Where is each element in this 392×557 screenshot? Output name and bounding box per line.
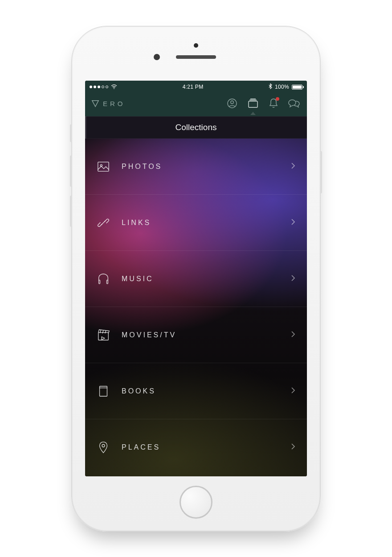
- collection-item-label: LINKS: [122, 219, 291, 227]
- signal-strength-icon: [90, 86, 108, 88]
- page-title-row: Collections: [85, 116, 307, 139]
- content-area: PHOTOS LINKS: [85, 139, 307, 476]
- svg-point-2: [231, 101, 233, 103]
- photos-icon: [97, 160, 110, 173]
- nav-collections-button[interactable]: [247, 98, 259, 109]
- collection-item-links[interactable]: LINKS: [85, 195, 307, 251]
- nav-bar: ERO: [85, 93, 307, 116]
- wifi-icon: [111, 84, 117, 90]
- nav-profile-button[interactable]: [227, 98, 237, 109]
- phone-camera: [154, 54, 160, 60]
- phone-mute-switch: [70, 124, 72, 142]
- svg-rect-4: [98, 162, 109, 171]
- chevron-right-icon: [291, 387, 295, 396]
- collection-item-places[interactable]: PLACES: [85, 419, 307, 475]
- chevron-right-icon: [291, 274, 295, 283]
- svg-point-0: [114, 88, 114, 89]
- collection-item-books[interactable]: BOOKS: [85, 363, 307, 419]
- status-time: 4:21 PM: [183, 84, 204, 90]
- links-icon: [97, 216, 110, 229]
- phone-speaker: [176, 55, 216, 59]
- collection-item-label: PHOTOS: [122, 163, 291, 171]
- home-button[interactable]: [180, 486, 212, 519]
- collection-item-movies[interactable]: MOVIES/TV: [85, 307, 307, 363]
- chevron-right-icon: [291, 218, 295, 227]
- collections-list: PHOTOS LINKS: [85, 139, 307, 475]
- status-right: 100%: [269, 83, 302, 90]
- app-brand[interactable]: ERO: [91, 99, 126, 107]
- collections-icon: [247, 98, 259, 109]
- books-icon: [97, 385, 110, 398]
- nav-notifications-button[interactable]: [269, 98, 278, 109]
- svg-rect-3: [249, 101, 257, 107]
- collection-item-photos[interactable]: PHOTOS: [85, 139, 307, 195]
- collection-item-label: PLACES: [122, 443, 291, 451]
- phone-power-button: [320, 151, 322, 193]
- collection-item-music[interactable]: MUSIC: [85, 251, 307, 307]
- screen: 4:21 PM 100% ERO: [85, 81, 307, 476]
- status-left: [90, 84, 117, 90]
- places-icon: [97, 441, 110, 454]
- collection-item-label: MUSIC: [122, 275, 291, 283]
- music-icon: [97, 272, 110, 286]
- nav-chat-button[interactable]: [288, 98, 301, 108]
- bluetooth-icon: [269, 83, 272, 90]
- movies-icon: [97, 328, 110, 342]
- phone-volume-down: [70, 196, 72, 227]
- svg-point-8: [102, 444, 105, 447]
- chat-icon: [288, 98, 301, 108]
- chevron-right-icon: [291, 162, 295, 171]
- vero-logo-icon: [91, 99, 99, 107]
- notification-dot: [276, 97, 279, 101]
- phone-frame: 4:21 PM 100% ERO: [71, 26, 321, 532]
- page-title: Collections: [176, 123, 217, 132]
- phone-volume-up: [70, 156, 72, 187]
- chevron-right-icon: [291, 443, 295, 452]
- chevron-right-icon: [291, 331, 295, 340]
- battery-percentage: 100%: [275, 84, 289, 90]
- nav-icons: [227, 98, 301, 109]
- brand-text: ERO: [103, 100, 126, 107]
- battery-icon: [292, 85, 302, 90]
- status-bar: 4:21 PM 100%: [85, 81, 307, 93]
- profile-icon: [227, 98, 237, 109]
- collection-item-label: BOOKS: [122, 387, 291, 395]
- collection-item-label: MOVIES/TV: [122, 331, 291, 339]
